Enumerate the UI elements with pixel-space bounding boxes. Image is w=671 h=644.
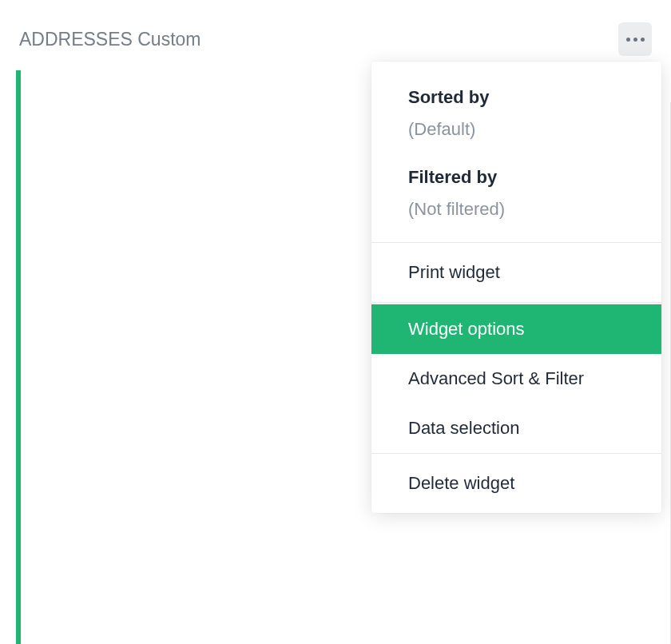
filtered-by-value: (Not filtered) (408, 199, 625, 220)
filtered-by-group: Filtered by (Not filtered) (408, 167, 625, 220)
menu-item-data-selection[interactable]: Data selection (371, 403, 661, 453)
sorted-by-value: (Default) (408, 119, 625, 140)
panel-title: ADDRESSES Custom (19, 29, 201, 50)
widget-options-dropdown: Sorted by (Default) Filtered by (Not fil… (371, 62, 661, 513)
menu-item-delete-widget[interactable]: Delete widget (371, 459, 661, 508)
menu-item-advanced-sort-filter[interactable]: Advanced Sort & Filter (371, 354, 661, 403)
panel-header: ADDRESSES Custom (0, 0, 671, 70)
menu-item-widget-options[interactable]: Widget options (371, 304, 661, 354)
menu-item-print-widget[interactable]: Print widget (371, 248, 661, 297)
dropdown-status-section: Sorted by (Default) Filtered by (Not fil… (371, 62, 661, 242)
more-options-button[interactable] (618, 22, 652, 56)
sorted-by-label: Sorted by (408, 87, 625, 108)
filtered-by-label: Filtered by (408, 167, 625, 188)
menu-group-print: Print widget (371, 243, 661, 302)
menu-group-delete: Delete widget (371, 454, 661, 513)
more-icon (626, 38, 630, 42)
more-icon (633, 38, 637, 42)
sorted-by-group: Sorted by (Default) (408, 87, 625, 140)
more-icon (641, 38, 645, 42)
menu-group-options: Widget options Advanced Sort & Filter Da… (371, 304, 661, 453)
